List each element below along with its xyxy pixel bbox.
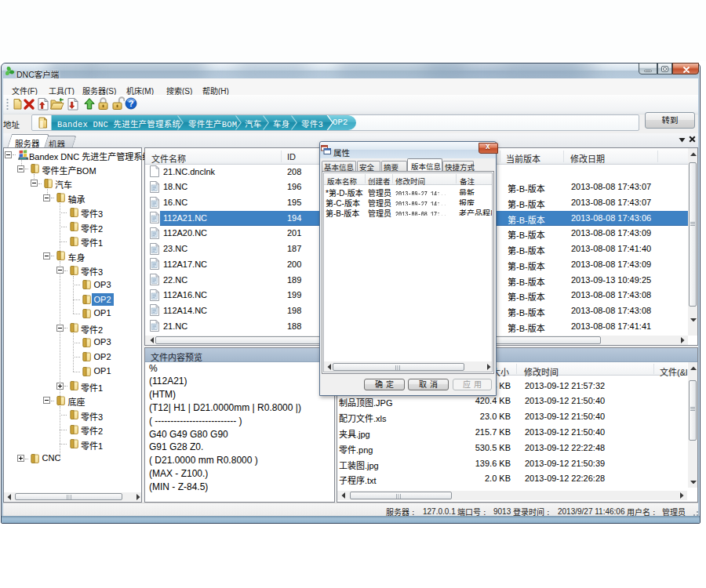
svg-text:?: ? [129, 99, 134, 108]
